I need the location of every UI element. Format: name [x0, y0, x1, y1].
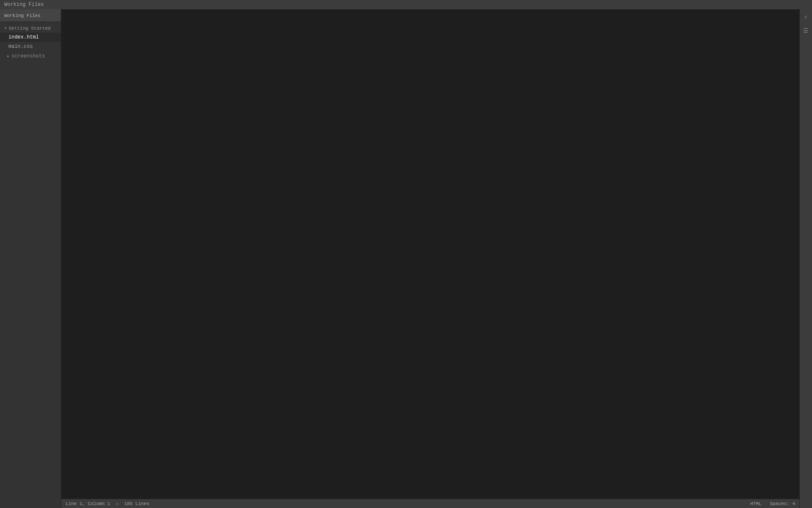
titlebar-text: Working Files: [4, 2, 44, 8]
linting-icon[interactable]: ☰: [801, 25, 811, 36]
editor-content: [61, 9, 799, 499]
main-layout: Working Files ▾ Getting Started index.ht…: [0, 9, 812, 508]
sidebar-header: Working Files: [0, 9, 61, 22]
line-numbers: [61, 9, 79, 499]
sidebar-file-index-html[interactable]: index.html: [0, 33, 61, 42]
editor-area: Line 1, Column 1 — 185 Lines HTML Spaces…: [61, 9, 799, 508]
sidebar-file-label: main.css: [8, 44, 33, 50]
sidebar-file-main-css[interactable]: main.css: [0, 42, 61, 51]
sidebar-section-label: Getting Started: [9, 26, 51, 31]
spaces-label[interactable]: Spaces: 4: [770, 501, 795, 506]
sidebar-file-label: index.html: [8, 34, 39, 40]
cursor-position: Line 1, Column 1 — 185 Lines: [66, 501, 149, 506]
folder-arrow-icon: ▸: [7, 53, 10, 59]
lightning-preview-icon[interactable]: ⚡: [801, 12, 811, 22]
statusbar: Line 1, Column 1 — 185 Lines HTML Spaces…: [61, 499, 799, 508]
sidebar-folder-screenshots[interactable]: ▸ screenshots: [0, 51, 61, 61]
sidebar-folder-label: screenshots: [11, 53, 45, 59]
titlebar: Working Files: [0, 0, 812, 9]
right-icon-panel: ⚡ ☰: [799, 9, 812, 508]
sidebar: Working Files ▾ Getting Started index.ht…: [0, 9, 61, 508]
chevron-down-icon: ▾: [4, 25, 7, 31]
language-label[interactable]: HTML: [750, 501, 761, 506]
sidebar-header-label: Working Files: [4, 13, 41, 18]
sidebar-section[interactable]: ▾ Getting Started: [0, 22, 61, 33]
code-area[interactable]: [79, 9, 799, 499]
statusbar-right: HTML Spaces: 4: [750, 501, 795, 506]
